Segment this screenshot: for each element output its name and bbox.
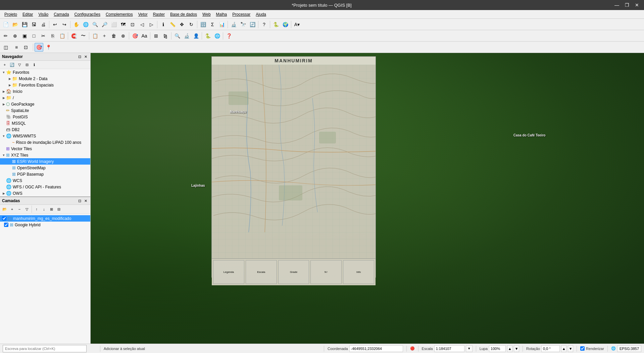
copy-btn[interactable]: ⎘ — [48, 32, 57, 40]
zoom-out-btn[interactable]: 🔎 — [100, 20, 109, 29]
restore-button[interactable]: ❐ — [623, 1, 631, 9]
tree-ows[interactable]: ▶ 🌐 OWS — [0, 190, 90, 196]
tree-db2[interactable]: 🗃 DB2 — [0, 126, 90, 133]
menu-ajuda[interactable]: Ajuda — [253, 11, 269, 18]
layers-float-btn[interactable]: ⊡ — [77, 198, 82, 203]
layers-add-btn[interactable]: + — [9, 206, 15, 213]
magnifier-up-btn[interactable]: ▲ — [507, 345, 512, 352]
zoom-map-btn[interactable]: 🔭 — [239, 20, 247, 29]
add-part-btn[interactable]: ＋ — [100, 32, 109, 40]
nav-close-btn[interactable]: ✕ — [83, 54, 88, 59]
menu-configuracoes[interactable]: Configurações — [72, 11, 103, 18]
layers-open-btn[interactable]: 📂 — [1, 206, 8, 213]
tree-esri-world[interactable]: ⊠ ESRI World Imagery — [0, 158, 90, 165]
delete-btn[interactable]: 🗑 — [109, 32, 118, 40]
select-all-btn[interactable]: ▣ — [20, 32, 29, 40]
nav-refresh-btn[interactable]: 🔄 — [9, 61, 15, 68]
deselect-btn[interactable]: □ — [30, 32, 38, 40]
save-as-btn[interactable]: 🖫 — [30, 20, 38, 29]
locate-btn[interactable]: 🎯 — [35, 43, 43, 52]
redo-btn[interactable]: ↪ — [60, 20, 69, 29]
layer-visibility-google[interactable] — [4, 223, 8, 227]
menu-projeto[interactable]: Projeto — [2, 11, 20, 18]
rotation-down-btn[interactable]: ▼ — [568, 345, 573, 352]
help2-btn[interactable]: ❓ — [225, 32, 233, 40]
layer-item-google-hybrid[interactable]: ⊠ Google Hybrid — [0, 222, 90, 228]
rotate-btn[interactable]: ↻ — [187, 20, 196, 29]
globe-btn[interactable]: 🌐 — [213, 32, 221, 40]
info-btn[interactable]: 📍 — [44, 43, 53, 52]
tips-btn[interactable]: A▾ — [293, 20, 301, 29]
magnifier-down-btn[interactable]: ▼ — [514, 345, 519, 352]
close-button[interactable]: ✕ — [633, 1, 641, 9]
tree-fav-espaciais[interactable]: ▶ 📁 Favoritos Espaciais — [0, 82, 90, 88]
scale-input[interactable] — [434, 345, 464, 352]
tree-favoritos[interactable]: ▼ ⭐ Favoritos — [0, 69, 90, 75]
refresh-btn[interactable]: 🔄 — [248, 20, 257, 29]
coordinate-input[interactable] — [349, 345, 403, 352]
render-checkbox[interactable] — [580, 346, 585, 351]
snap-btn[interactable]: 🧲 — [69, 32, 78, 40]
digitize-btn[interactable]: ✏ — [1, 32, 10, 40]
menu-vetor[interactable]: Vetor — [136, 11, 150, 18]
tree-wfs[interactable]: 🌐 WFS / OGC API - Features — [0, 184, 90, 190]
nav-filter-btn[interactable]: ▽ — [16, 61, 23, 68]
tree-wcs[interactable]: 🌐 WCS — [0, 177, 90, 184]
calculator-btn[interactable]: 🔢 — [199, 20, 207, 29]
tree-xyz-tiles[interactable]: ▼ ⊠ XYZ Tiles — [0, 152, 90, 158]
edit-node-btn[interactable]: ⊕ — [11, 32, 19, 40]
tree-slash[interactable]: ▶ 📁 / — [0, 95, 90, 101]
plugin-btn[interactable]: 🐍 — [271, 20, 280, 29]
open-project-btn[interactable]: 📂 — [11, 20, 19, 29]
layer-visibility-manhumirim[interactable] — [2, 216, 6, 221]
nav-add-btn[interactable]: + — [1, 61, 8, 68]
tree-inicio[interactable]: ▶ 🏠 Início — [0, 88, 90, 95]
zoom-next-btn[interactable]: ▷ — [147, 20, 156, 29]
undo-btn[interactable]: ↩ — [51, 20, 59, 29]
rotation-up-btn[interactable]: ▲ — [561, 345, 566, 352]
menu-web[interactable]: Web — [200, 11, 213, 18]
epsg-button[interactable]: EPSG:3857 — [617, 345, 641, 352]
user-btn[interactable]: 👤 — [192, 32, 200, 40]
magnifier-btn[interactable]: 🔬 — [229, 20, 238, 29]
attr-table-btn[interactable]: 📋 — [91, 32, 99, 40]
snap2-btn[interactable]: ⊡ — [21, 43, 30, 52]
scale-bar-btn[interactable]: ⧎ — [161, 32, 170, 40]
magnifier-input[interactable] — [489, 345, 506, 352]
cut-btn[interactable]: ✂ — [39, 32, 48, 40]
locate-search-input[interactable] — [3, 345, 87, 352]
tree-risco[interactable]: ~ Risco de inundação LiPAD 100 anos — [0, 139, 90, 145]
tree-postgis[interactable]: 🐘 PostGIS — [0, 114, 90, 120]
tree-wmswmts[interactable]: ▼ 🌐 WMS/WMTS — [0, 133, 90, 139]
nav-info-btn[interactable]: ℹ — [31, 61, 38, 68]
navigator-header[interactable]: Navegador ⊡ ✕ — [0, 53, 90, 61]
menu-raster[interactable]: Raster — [150, 11, 167, 18]
summary-btn[interactable]: Σ — [208, 20, 217, 29]
menu-processar[interactable]: Processar — [230, 11, 253, 18]
tree-openstreetmap[interactable]: ⊠ OpenStreetMap — [0, 165, 90, 171]
coord-capture-btn[interactable]: 🎯 — [131, 32, 139, 40]
tree-geopackage[interactable]: ▶ ⬡ GeoPackage — [0, 101, 90, 107]
layers-close-btn[interactable]: ✕ — [83, 198, 88, 203]
new-project-btn[interactable]: 📄 — [1, 20, 10, 29]
help-btn[interactable]: ? — [260, 20, 268, 29]
layers-group-btn[interactable]: ⊞ — [48, 206, 55, 213]
nav-float-btn[interactable]: ⊡ — [77, 54, 82, 59]
anno-btn[interactable]: Aa — [140, 32, 149, 40]
layers-remove-btn[interactable]: − — [16, 206, 23, 213]
zoom-in-btn[interactable]: 🔍 — [91, 20, 99, 29]
print-btn[interactable]: 🖨 — [39, 20, 48, 29]
layers-filter-btn[interactable]: ▽ — [23, 206, 30, 213]
field-btn[interactable]: 📊 — [217, 20, 226, 29]
nav-collapse-btn[interactable]: ⊟ — [23, 61, 30, 68]
trace-btn[interactable]: 〜 — [79, 32, 88, 40]
zoom-layer-btn[interactable]: ⊡ — [128, 20, 137, 29]
menu-complementos[interactable]: Complementos — [103, 11, 136, 18]
add-wms-btn[interactable]: 🌐 — [81, 20, 90, 29]
zoom-full-btn[interactable]: 🗺 — [119, 20, 128, 29]
measure-btn[interactable]: 📏 — [168, 20, 177, 29]
layers-expand-btn[interactable]: ⊟ — [55, 206, 62, 213]
tree-module2[interactable]: ▶ 📁 Module 2 - Data — [0, 75, 90, 82]
save-project-btn[interactable]: 💾 — [20, 20, 29, 29]
tree-spatialite[interactable]: ✏ SpatiaLite — [0, 107, 90, 114]
